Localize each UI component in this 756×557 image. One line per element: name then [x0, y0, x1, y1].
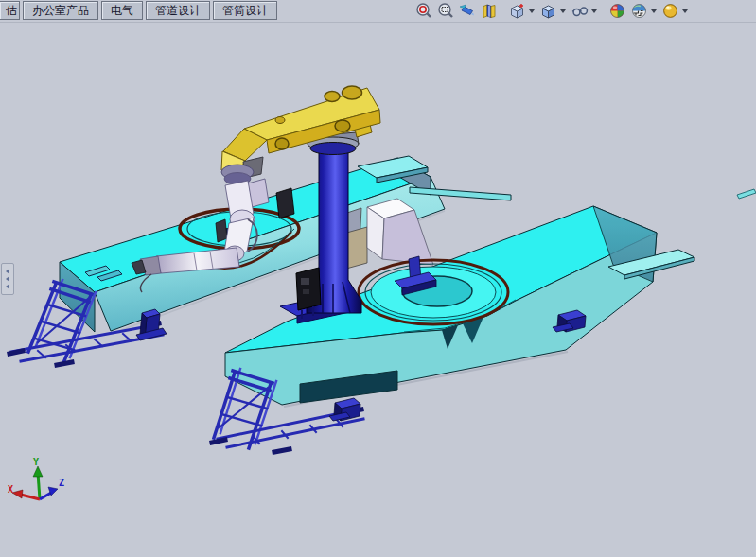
boom-hole [343, 86, 362, 99]
tab-piping-design[interactable]: 管道设计 [146, 1, 210, 20]
tab-tubing-design[interactable]: 管筒设计 [213, 1, 277, 20]
dropdown-arrow-icon[interactable] [591, 9, 597, 13]
dropdown-arrow-icon[interactable] [560, 9, 566, 13]
command-tab-bar: 估 办公室产品 电气 管道设计 管筒设计 [0, 0, 756, 23]
command-tabs: 估 办公室产品 电气 管道设计 管筒设计 [0, 0, 277, 20]
tab-evaluate-partial[interactable]: 估 [0, 1, 20, 20]
wrist-motor [276, 188, 294, 218]
dropdown-arrow-icon[interactable] [651, 9, 657, 13]
boom-side-hole [335, 120, 350, 131]
tab-electrical[interactable]: 电气 [101, 1, 143, 20]
display-style-icon[interactable] [537, 1, 559, 22]
zoom-to-fit-icon[interactable] [413, 1, 434, 22]
cad-application-window: Y X Z 估 办公室产品 电气 管道设计 管筒设计 [0, 0, 756, 557]
heads-up-view-toolbar [413, 0, 691, 22]
chevron-left-icon [6, 276, 9, 282]
previous-view-icon[interactable] [456, 1, 478, 22]
control-box [296, 268, 321, 310]
graphics-viewport[interactable]: Y X Z [0, 0, 756, 557]
scene-3d: Y X Z [0, 0, 756, 557]
chevron-left-icon [6, 284, 9, 289]
section-view-icon[interactable] [478, 1, 500, 22]
triad-x-label: X [8, 484, 13, 495]
dropdown-arrow-icon[interactable] [682, 9, 688, 13]
coordinate-triad: Y X Z [8, 457, 64, 499]
chevron-left-icon [6, 269, 9, 274]
weld-ring-right[interactable] [359, 260, 508, 324]
tab-office-products[interactable]: 办公室产品 [23, 1, 98, 20]
zoom-to-area-icon[interactable] [434, 1, 456, 22]
distant-part[interactable] [737, 189, 756, 199]
triad-y-label: Y [33, 457, 39, 467]
hide-show-items-icon[interactable] [569, 1, 590, 22]
edit-appearance-icon[interactable] [607, 1, 628, 22]
apply-scene-icon[interactable] [628, 1, 650, 22]
panel-expander-button[interactable] [1, 263, 14, 295]
view-orientation-icon[interactable] [506, 1, 528, 22]
dropdown-arrow-icon[interactable] [529, 9, 535, 13]
boom-hole [325, 92, 340, 102]
triad-z-label: Z [59, 478, 64, 488]
boom-side-hole [275, 138, 289, 149]
view-settings-icon[interactable] [659, 1, 681, 22]
support-bracket-front[interactable] [329, 398, 360, 421]
